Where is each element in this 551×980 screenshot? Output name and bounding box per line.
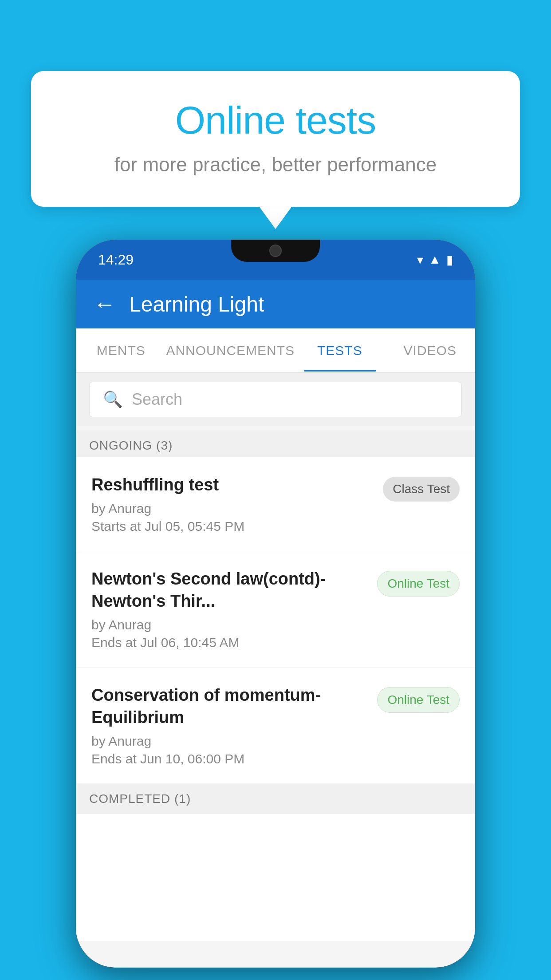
app-header-title: Learning Light [129, 292, 264, 316]
status-time: 14:29 [98, 252, 134, 268]
test-item-by: by Anurag [91, 734, 368, 749]
test-item-date: Ends at Jul 06, 10:45 AM [91, 635, 368, 650]
completed-section-header: COMPLETED (1) [76, 784, 475, 814]
test-item-title: Newton's Second law(contd)-Newton's Thir… [91, 568, 368, 612]
search-box[interactable]: 🔍 Search [89, 382, 462, 417]
test-item-content: Reshuffling test by Anurag Starts at Jul… [91, 474, 374, 534]
test-item-title: Reshuffling test [91, 474, 374, 496]
status-bar: 14:29 ▾ ▲ ▮ [76, 240, 475, 280]
signal-icon: ▲ [429, 253, 441, 267]
tab-videos[interactable]: VIDEOS [385, 330, 475, 371]
search-icon: 🔍 [103, 390, 123, 409]
test-item-date: Starts at Jul 05, 05:45 PM [91, 519, 374, 534]
speech-bubble: Online tests for more practice, better p… [31, 71, 520, 207]
test-list: Reshuffling test by Anurag Starts at Jul… [76, 457, 475, 941]
status-icons: ▾ ▲ ▮ [417, 253, 453, 267]
test-item-title: Conservation of momentum-Equilibrium [91, 684, 368, 728]
search-container: 🔍 Search [76, 373, 475, 426]
test-badge-class: Class Test [383, 477, 460, 502]
search-placeholder: Search [132, 390, 182, 409]
tab-tests[interactable]: TESTS [295, 330, 385, 371]
phone-screen: 14:29 ▾ ▲ ▮ ← Learning Light MENTS ANNOU… [76, 240, 475, 968]
test-item[interactable]: Reshuffling test by Anurag Starts at Jul… [76, 457, 475, 551]
battery-icon: ▮ [446, 253, 453, 267]
phone-notch [231, 240, 320, 262]
completed-label: COMPLETED (1) [89, 792, 191, 806]
tabs-bar: MENTS ANNOUNCEMENTS TESTS VIDEOS [76, 328, 475, 373]
tab-ments[interactable]: MENTS [76, 330, 166, 371]
test-item[interactable]: Conservation of momentum-Equilibrium by … [76, 668, 475, 784]
test-item-content: Newton's Second law(contd)-Newton's Thir… [91, 568, 368, 650]
test-item-date: Ends at Jun 10, 06:00 PM [91, 751, 368, 767]
app-header: ← Learning Light [76, 280, 475, 328]
bubble-title: Online tests [62, 98, 489, 143]
phone-frame: 14:29 ▾ ▲ ▮ ← Learning Light MENTS ANNOU… [76, 240, 475, 968]
back-button[interactable]: ← [94, 291, 116, 317]
ongoing-label: ONGOING (3) [89, 439, 173, 452]
phone-camera [269, 245, 282, 257]
test-item-content: Conservation of momentum-Equilibrium by … [91, 684, 368, 767]
tab-announcements[interactable]: ANNOUNCEMENTS [166, 330, 295, 371]
bubble-subtitle: for more practice, better performance [62, 154, 489, 176]
wifi-icon: ▾ [417, 253, 423, 267]
test-badge-online: Online Test [377, 571, 460, 597]
ongoing-section-header: ONGOING (3) [76, 431, 475, 461]
test-item-by: by Anurag [91, 501, 374, 516]
test-badge-online: Online Test [377, 687, 460, 713]
test-item[interactable]: Newton's Second law(contd)-Newton's Thir… [76, 551, 475, 668]
test-item-by: by Anurag [91, 617, 368, 632]
